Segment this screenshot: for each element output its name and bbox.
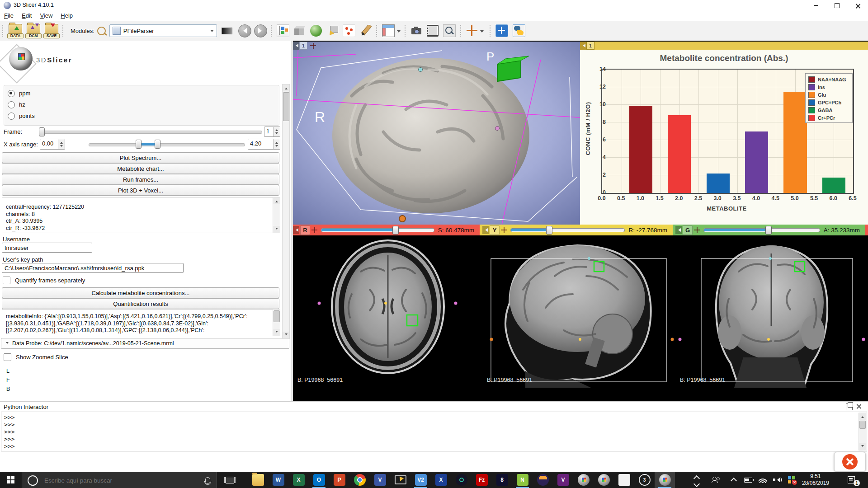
threed-view-badge[interactable]: 1	[299, 42, 307, 50]
show-zoomed-checkbox[interactable]	[4, 353, 11, 361]
quantify-checkbox[interactable]	[3, 277, 10, 284]
load-data-button[interactable]: DATA	[7, 23, 23, 38]
slice-visibility-icon[interactable]	[501, 227, 507, 233]
taskbar-app-filezilla[interactable]: Fz	[472, 472, 492, 488]
slice-slider-handle[interactable]	[546, 226, 552, 235]
screenshot-camera-icon[interactable]	[410, 25, 422, 37]
microphone-icon[interactable]	[205, 477, 210, 484]
action-button-2[interactable]: Run frames...	[2, 174, 279, 185]
search-input[interactable]	[43, 477, 205, 484]
taskbar-app-chrome[interactable]	[349, 472, 370, 488]
tray-expand-button[interactable]	[727, 472, 741, 488]
toolbar-handle[interactable]	[376, 24, 378, 37]
frame-slider-handle[interactable]	[39, 127, 45, 136]
scene-film-icon[interactable]	[427, 25, 439, 37]
python-console-icon[interactable]	[513, 24, 525, 37]
taskbar-overflow-button[interactable]	[691, 472, 703, 488]
module-forward-button[interactable]	[254, 24, 267, 38]
view-pin-icon[interactable]	[580, 42, 586, 50]
taskbar-app-notepad-plus[interactable]: N	[512, 472, 533, 488]
taskbar-app-slicer[interactable]	[573, 472, 594, 488]
menu-view[interactable]: View	[36, 11, 57, 20]
extensions-cube-icon[interactable]	[326, 25, 338, 37]
taskbar-app-file-explorer[interactable]	[248, 472, 268, 488]
floating-close-button[interactable]	[834, 452, 866, 472]
taskbar-app-i3[interactable]: 3	[634, 472, 655, 488]
volume-status[interactable]	[770, 472, 784, 488]
module-back-button[interactable]	[238, 24, 251, 38]
slice-letter-badge[interactable]: Y	[490, 225, 500, 235]
xaxis-range-slider[interactable]	[89, 143, 245, 146]
save-button[interactable]: SAVE	[43, 23, 59, 38]
menu-help[interactable]: Help	[57, 11, 77, 20]
extension-manager-icon[interactable]	[495, 24, 508, 37]
editor-pencil-icon[interactable]	[360, 25, 372, 37]
maximize-button[interactable]	[826, 0, 847, 11]
python-scrollbar[interactable]	[859, 413, 866, 450]
frame-spinbox[interactable]: 1	[264, 127, 280, 137]
minimize-button[interactable]	[806, 0, 826, 11]
chart-view[interactable]: 1 Metabolite concentration (Abs.) CONC (…	[580, 42, 868, 225]
action-button-1[interactable]: Metabolite chart...	[2, 163, 279, 174]
username-input[interactable]	[2, 243, 92, 253]
taskbar-search[interactable]	[22, 472, 217, 488]
threed-view[interactable]: R P 1	[293, 42, 580, 225]
view-pin-icon[interactable]	[482, 226, 489, 234]
layout-cube-icon[interactable]	[294, 25, 306, 37]
menu-edit[interactable]: Edit	[18, 11, 36, 20]
view-pin-icon[interactable]	[675, 226, 682, 234]
toolbar-handle[interactable]	[489, 24, 491, 37]
chart-view-badge[interactable]: 1	[586, 42, 594, 50]
module-search-icon[interactable]	[97, 27, 106, 35]
slice-visibility-icon[interactable]	[311, 227, 317, 233]
scene-search-icon[interactable]	[443, 24, 456, 37]
taskbar-app-powerpoint[interactable]: P	[329, 472, 349, 488]
slice-offset-slider[interactable]	[510, 225, 624, 235]
xaxis-min-spinbox[interactable]: 0.00	[40, 139, 65, 150]
volume-rendering-icon[interactable]	[310, 25, 322, 37]
menu-file[interactable]: File	[0, 11, 18, 20]
taskbar-app-eclipse[interactable]	[533, 472, 553, 488]
taskbar-app-remote-pc[interactable]	[390, 472, 410, 488]
dicom-button[interactable]: DCM	[25, 23, 41, 38]
radio-hz[interactable]	[8, 101, 15, 108]
info-scrollbar[interactable]	[273, 197, 280, 233]
python-close-icon[interactable]	[856, 404, 862, 409]
chevron-down-icon[interactable]	[480, 30, 484, 34]
toolbar-handle[interactable]	[460, 24, 462, 37]
panel-scrollbar[interactable]	[282, 84, 290, 339]
network-status[interactable]	[756, 472, 769, 488]
python-console[interactable]: >>>>>>>>>>>>>>>	[1, 412, 867, 451]
slice-view-yellow[interactable]: Y R: -27.768mm B: P19968_56691	[482, 225, 675, 388]
battery-status[interactable]	[741, 472, 755, 488]
undock-icon[interactable]	[846, 404, 853, 410]
slice-letter-badge[interactable]: G	[683, 225, 693, 235]
slice-letter-badge[interactable]: R	[300, 225, 310, 235]
action-center-button[interactable]: 1	[840, 472, 863, 488]
taskbar-app-visio[interactable]: V	[370, 472, 390, 488]
radio-points[interactable]	[8, 113, 15, 120]
view-crosshair-icon[interactable]	[310, 43, 316, 49]
module-selector[interactable]: PFileParser	[109, 24, 217, 37]
toolbar-handle[interactable]	[404, 24, 406, 37]
tables-icon[interactable]	[382, 24, 395, 37]
taskbar-app-gitkraken[interactable]	[451, 472, 472, 488]
slice-offset-slider[interactable]	[321, 225, 434, 235]
radio-ppm[interactable]	[8, 90, 15, 97]
metabolite-info-textbox[interactable]: metaboliteInfo: {'Ala':[(0.913,1.55,0.10…	[2, 309, 273, 336]
taskbar-app-excel[interactable]: X	[288, 472, 309, 488]
quantification-results-button[interactable]: Quantification results	[2, 298, 279, 309]
xaxis-handle-high[interactable]	[155, 140, 160, 149]
calculate-concentrations-button[interactable]: Calculate metabolite concentrations...	[2, 287, 279, 298]
action-button-3[interactable]: Plot 3D + Voxel...	[2, 185, 279, 196]
metabolite-scrollbar[interactable]	[273, 309, 280, 336]
slice-offset-slider[interactable]	[703, 225, 819, 235]
people-button[interactable]	[708, 472, 723, 488]
data-probe-bar[interactable]: Data Probe: C:/dev/1.namic/scenes/av...2…	[1, 338, 289, 349]
toolbar-handle[interactable]	[62, 24, 64, 37]
taskbar-app-v2ray[interactable]: V2	[410, 472, 431, 488]
crosshair-icon[interactable]	[466, 25, 478, 37]
taskbar-app-mplab[interactable]: X	[431, 472, 451, 488]
xaxis-handle-low[interactable]	[136, 140, 142, 149]
toolbar-handle[interactable]	[2, 24, 4, 37]
